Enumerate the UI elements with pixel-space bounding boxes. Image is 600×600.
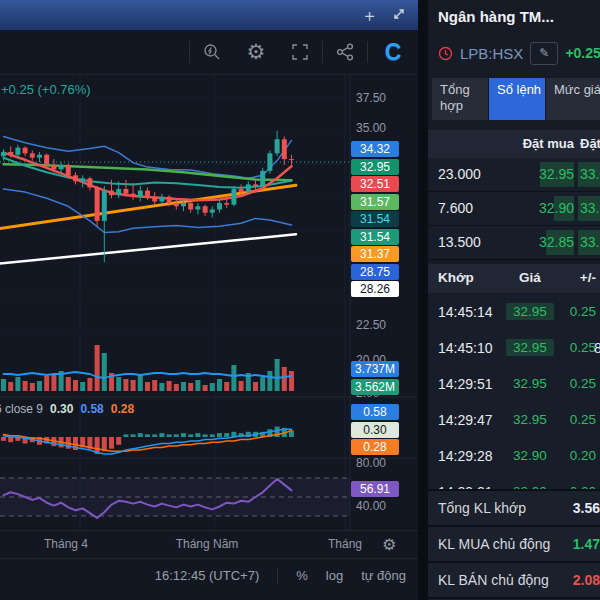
trade-price: 32.95 bbox=[506, 376, 554, 391]
macd-hist-value: 0.30 bbox=[50, 402, 73, 416]
price-badge: 31.54 bbox=[351, 211, 399, 227]
matched-column-header: Khớp bbox=[438, 270, 474, 285]
price-badge: 3.562M bbox=[351, 379, 399, 395]
symbol-change: +0.25 bbox=[565, 45, 600, 61]
time-axis-settings-icon[interactable]: ⚙ bbox=[382, 535, 396, 554]
price-badge: 0.58 bbox=[351, 404, 399, 420]
orderbook-row[interactable]: 23.000 32.95 33.00 bbox=[428, 158, 600, 192]
tab-tong-hop[interactable]: Tổng hợp bbox=[432, 78, 488, 120]
orderbook-header: Đặt mua Đặt bán bbox=[428, 130, 600, 158]
price-badge: 31.54 bbox=[351, 229, 399, 245]
trade-time: 14:29:51 bbox=[438, 376, 493, 392]
summary-value: 1.47 bbox=[573, 536, 600, 552]
bid-price[interactable]: 32.95 bbox=[504, 166, 574, 182]
trade-change: 0.20 bbox=[558, 448, 596, 463]
bid-quantity: 7.600 bbox=[438, 200, 473, 216]
trade-price: 32.95 bbox=[506, 339, 554, 356]
price-badge: 28.75 bbox=[351, 264, 399, 280]
fullscreen-icon[interactable] bbox=[278, 37, 322, 67]
trade-summary: Tổng KL khớp 3.56 KL MUA chủ động 1.47 K… bbox=[428, 489, 600, 600]
trade-change: 0.25 bbox=[558, 340, 596, 355]
summary-label: Tổng KL khớp bbox=[438, 500, 526, 516]
ask-price[interactable]: 33.00 bbox=[580, 166, 600, 182]
trade-time: 14:29:47 bbox=[438, 412, 493, 428]
edit-symbol-button[interactable]: ✎ bbox=[530, 42, 558, 65]
trade-volume: 8 bbox=[594, 340, 600, 356]
summary-row-sell: KL BÁN chủ động 2.08 bbox=[428, 563, 600, 599]
bid-quantity: 23.000 bbox=[438, 166, 481, 182]
statusbar-divider bbox=[277, 568, 278, 584]
orderbook-row[interactable]: 7.600 32.90 33.05 bbox=[428, 192, 600, 226]
trade-row[interactable]: 14:45:14 32.95 0.25 bbox=[428, 294, 600, 331]
macd-signal-value: 0.28 bbox=[111, 402, 134, 416]
summary-label: KL MUA chủ động bbox=[438, 536, 550, 552]
trade-change: 0.25 bbox=[558, 376, 596, 391]
chart-toolbar: ⚙ C bbox=[0, 30, 418, 75]
trade-row[interactable]: 14:29:47 32.95 0.25 bbox=[428, 402, 600, 439]
log-scale-button[interactable]: log bbox=[326, 568, 343, 583]
price-badge: 0.30 bbox=[351, 422, 399, 438]
trade-row[interactable]: 14:29:28 32.90 0.20 bbox=[428, 438, 600, 475]
company-name: Ngân hàng TM... bbox=[438, 8, 554, 25]
time-axis-label: Tháng 4 bbox=[44, 537, 88, 551]
summary-row-buy: KL MUA chủ động 1.47 bbox=[428, 527, 600, 563]
price-badge: 34.32 bbox=[351, 141, 399, 157]
price-badge: 28.26 bbox=[351, 281, 399, 297]
trade-price: 32.95 bbox=[506, 303, 554, 320]
trade-row[interactable]: 14:29:51 32.95 0.25 bbox=[428, 366, 600, 403]
chart-status-bar: 16:12:45 (UTC+7) % log tự động bbox=[0, 558, 418, 600]
buy-column-header: Đặt mua bbox=[504, 136, 574, 151]
orderbook-row[interactable]: 13.500 32.85 33.10 bbox=[428, 226, 600, 260]
summary-label: KL BÁN chủ động bbox=[438, 572, 549, 588]
price-badge: 3.737M bbox=[351, 361, 399, 377]
chart-region[interactable]: ＋ ⚙ C +0.25 (+0.76%) 37.5035.0022.5020. bbox=[0, 0, 418, 600]
broker-logo[interactable]: C bbox=[368, 39, 418, 66]
ask-price[interactable]: 33.10 bbox=[580, 234, 600, 250]
price-badge: 0.28 bbox=[351, 439, 399, 455]
pencil-icon: ✎ bbox=[539, 46, 549, 60]
expand-icon[interactable] bbox=[392, 7, 406, 24]
tab-so-lenh[interactable]: Sổ lệnh bbox=[489, 78, 545, 120]
macd-line-value: 0.58 bbox=[80, 402, 103, 416]
add-icon[interactable]: ＋ bbox=[361, 7, 378, 24]
price-badge: 32.51 bbox=[351, 176, 399, 192]
bid-price[interactable]: 32.85 bbox=[504, 234, 574, 250]
price-change-label: +0.25 (+0.76%) bbox=[1, 82, 91, 97]
bid-price[interactable]: 32.90 bbox=[504, 200, 574, 216]
percent-scale-button[interactable]: % bbox=[296, 568, 308, 583]
panel-tab-bar: Tổng hợp Sổ lệnh Mức giá bbox=[432, 78, 600, 120]
symbol-row: LPB:HSX ✎ +0.25 bbox=[438, 40, 600, 66]
ask-price[interactable]: 33.05 bbox=[580, 200, 600, 216]
time-axis-label: Tháng Năm bbox=[176, 537, 239, 551]
sell-column-header: Đặt bán bbox=[580, 136, 600, 151]
axis-grid-label: 35.00 bbox=[356, 121, 416, 135]
symbol-ticker[interactable]: LPB:HSX bbox=[460, 45, 523, 62]
trades-header: Khớp Giá +/- bbox=[428, 264, 600, 293]
tab-muc-gia[interactable]: Mức giá bbox=[546, 78, 600, 120]
trade-price: 32.95 bbox=[506, 412, 554, 427]
summary-row-total: Tổng KL khớp 3.56 bbox=[428, 491, 600, 527]
chart-top-bar: ＋ bbox=[0, 0, 418, 30]
auto-scale-button[interactable]: tự động bbox=[361, 568, 406, 583]
trade-row[interactable]: 14:45:10 32.95 0.25 8 bbox=[428, 330, 600, 367]
axis-grid-label: 40.00 bbox=[356, 499, 416, 513]
price-badge: 32.95 bbox=[351, 159, 399, 175]
macd-indicator-label[interactable]: 6 close 90.300.580.28 bbox=[0, 402, 134, 416]
share-icon[interactable] bbox=[323, 37, 367, 67]
trade-price: 32.90 bbox=[506, 448, 554, 463]
trade-time: 14:29:28 bbox=[438, 448, 493, 464]
price-badge: 31.57 bbox=[351, 194, 399, 210]
trade-time: 14:45:14 bbox=[438, 304, 493, 320]
price-badge: 56.91 bbox=[351, 481, 399, 497]
axis-grid-label: 22.50 bbox=[356, 318, 416, 332]
trade-change: 0.25 bbox=[558, 412, 596, 427]
bid-quantity: 13.500 bbox=[438, 234, 481, 250]
price-column-header: Giá bbox=[506, 270, 554, 285]
quick-search-icon[interactable] bbox=[190, 37, 234, 67]
time-axis[interactable]: Tháng 4 Tháng Năm Tháng ⚙ bbox=[0, 530, 418, 559]
time-axis-label: Tháng bbox=[328, 537, 362, 551]
settings-gear-icon[interactable]: ⚙ bbox=[234, 37, 278, 67]
trade-change: 0.25 bbox=[558, 304, 596, 319]
change-column-header: +/- bbox=[558, 270, 596, 285]
axis-grid-label: 37.50 bbox=[356, 91, 416, 105]
